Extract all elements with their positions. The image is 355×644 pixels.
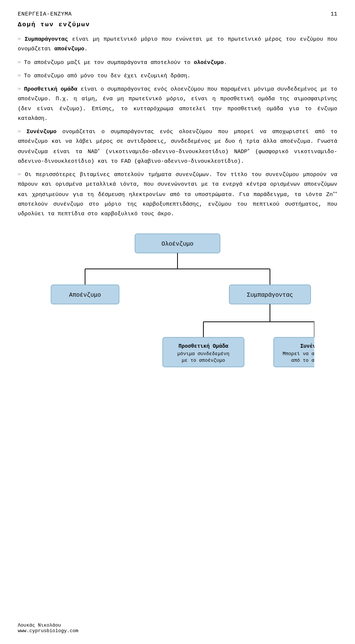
diagram-area: Ολοένζυμο Αποένζυμο Συμπαράγοντας Προσθε…: [18, 230, 337, 385]
term-coenzyme: Συνένζυμο: [27, 129, 57, 135]
footer: Λουκάς Νικολάου www.cyprusbiology.com: [18, 623, 78, 634]
diagram-coenzyme-title: Συνένζυμο: [300, 343, 314, 349]
finger-icon-6: ☞: [18, 172, 25, 178]
diagram-prosthetic-sub2: με το αποένζυμο: [182, 358, 225, 363]
finger-icon-5: ☞: [18, 129, 27, 135]
paragraph-apoenzyme-alone: ☞ Το αποένζυμο από μόνο του δεν έχει ενζ…: [18, 71, 337, 81]
diagram-prosthetic-sub1: μόνιμα συνδεδεμένη: [178, 351, 229, 357]
diagram-symparakontas-label: Συμπαράγοντας: [247, 292, 293, 299]
footer-line2: www.cyprusbiology.com: [18, 628, 78, 634]
term-apoenzyme-1: αποένζυμο: [54, 46, 84, 52]
diagram-coenzyme-sub2: από το αποένζυμο: [291, 358, 314, 363]
diagram-prosthetic-title: Προσθετική Ομάδα: [179, 343, 229, 349]
footer-line1: Λουκάς Νικολάου: [18, 623, 78, 628]
finger-icon-3: ☞: [18, 73, 24, 79]
content-area: ☞ Συμπαράγοντας είναι μη πρωτεϊνικό μόρι…: [18, 35, 337, 219]
page-header: ΕΝΕΡΓΕΙΑ-ΕΝΖΥΜΑ 11: [18, 11, 337, 17]
section-heading: Δομή των ενζύμων: [18, 21, 337, 28]
page-number: 11: [331, 11, 337, 17]
term-oloenzyme: ολοένζυμο: [194, 60, 224, 66]
term-prosthetic: Προσθετική ομάδα: [24, 86, 77, 92]
paragraph-oloenzyme: ☞ Το αποένζυμο μαζί με τον συμπαράγοντα …: [18, 58, 337, 68]
finger-icon-2: ☞: [18, 60, 24, 65]
paragraph-prosthetic: ☞ Προσθετική ομάδα είναι ο συμπαράγοντας…: [18, 85, 337, 124]
paragraph-vitamins: ☞ Οι περισσότερες βιταμίνες αποτελούν τμ…: [18, 170, 337, 219]
paragraph-coenzyme: ☞ Συνένζυμο ονομάζεται ο συμπαράγοντας ε…: [18, 127, 337, 166]
finger-icon-4: ☞: [18, 86, 24, 92]
diagram-coenzyme-sub1: Μπορεί να αποδεσμευτεί: [283, 351, 314, 357]
diagram-svg: Ολοένζυμο Αποένζυμο Συμπαράγοντας Προσθε…: [41, 230, 314, 385]
page-title-top: ΕΝΕΡΓΕΙΑ-ΕΝΖΥΜΑ: [18, 11, 72, 17]
term-symparakontas: Συμπαράγοντας: [25, 36, 68, 43]
paragraph-symparakontas: ☞ Συμπαράγοντας είναι μη πρωτεϊνικό μόρι…: [18, 35, 337, 54]
diagram-oloenzyme-label: Ολοένζυμο: [162, 241, 193, 247]
finger-icon-1: ☞: [18, 36, 25, 42]
diagram-apoenzyme-label: Αποένζυμο: [69, 292, 101, 299]
